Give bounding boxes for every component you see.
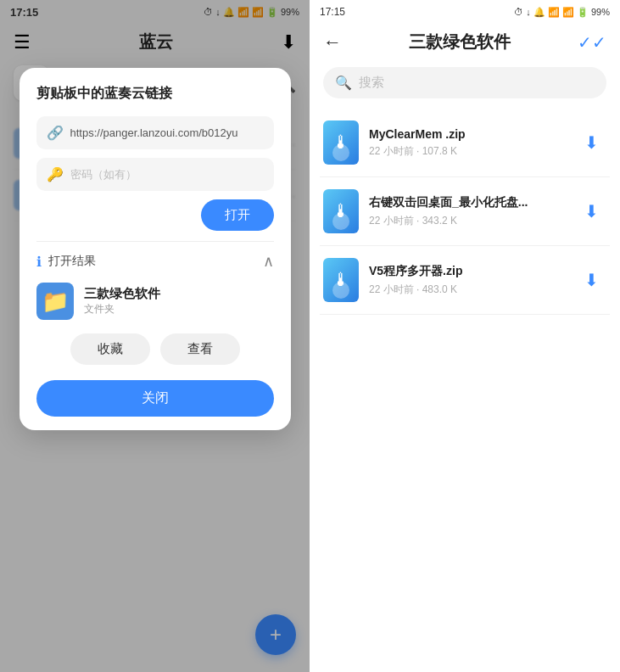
result-name: 三款绿色软件 <box>84 286 160 302</box>
right-status-icons: ⏱ ↓ 🔔 📶 📶 🔋 99% <box>514 7 610 18</box>
chevron-up-icon[interactable]: ∧ <box>263 252 274 271</box>
link-modal: 剪贴板中的蓝奏云链接 🔗 https://panger.lanzoui.com/… <box>20 68 291 430</box>
file-item-2: 🌡 V5程序多开器.zip 22 小时前 · 483.0 K ⬇ <box>320 246 610 315</box>
right-status-icons-text: ⏱ ↓ 🔔 📶 📶 🔋 99% <box>514 7 610 18</box>
action-buttons: 收藏 查看 <box>36 333 274 365</box>
info-icon: ℹ <box>36 254 42 270</box>
zip-icon-1: 🌡 <box>332 200 350 222</box>
result-header: ℹ 打开结果 ∧ <box>36 252 274 271</box>
file-name-1: 右键双击回桌面_最小化托盘... <box>369 195 566 210</box>
right-time: 17:15 <box>320 6 345 18</box>
result-label: 打开结果 <box>48 254 96 269</box>
result-section: ℹ 打开结果 ∧ 📁 三款绿色软件 文件夹 收藏 查看 <box>36 252 274 365</box>
file-info-0: MyClearMem .zip 22 小时前 · 107.8 K <box>369 127 566 159</box>
right-status-bar: 17:15 ⏱ ↓ 🔔 📶 📶 🔋 99% <box>310 0 620 24</box>
file-thumb-2: 🌡 <box>323 258 359 302</box>
file-item-0: 🌡 MyClearMem .zip 22 小时前 · 107.8 K ⬇ <box>320 109 610 177</box>
search-icon-right: 🔍 <box>335 75 352 91</box>
file-meta-0: 22 小时前 · 107.8 K <box>369 144 566 159</box>
link-icon: 🔗 <box>47 125 64 141</box>
view-button[interactable]: 查看 <box>160 333 240 365</box>
key-icon: 🔑 <box>47 166 64 182</box>
modal-divider <box>36 241 274 242</box>
back-button[interactable]: ← <box>323 31 342 53</box>
password-input-row[interactable]: 🔑 密码（如有） <box>36 158 274 191</box>
result-folder-icon: 📁 <box>36 283 74 320</box>
file-name-0: MyClearMem .zip <box>369 127 566 141</box>
modal-title: 剪贴板中的蓝奏云链接 <box>36 85 274 103</box>
result-type: 文件夹 <box>84 302 160 316</box>
file-info-2: V5程序多开器.zip 22 小时前 · 483.0 K <box>369 264 566 297</box>
open-button-row: 打开 <box>36 199 274 231</box>
search-placeholder: 搜索 <box>359 75 384 91</box>
file-info-1: 右键双击回桌面_最小化托盘... 22 小时前 · 343.2 K <box>369 195 566 228</box>
file-name-2: V5程序多开器.zip <box>369 264 566 279</box>
download-button-1[interactable]: ⬇ <box>576 196 606 227</box>
download-button-2[interactable]: ⬇ <box>576 265 606 295</box>
folder-emoji: 📁 <box>42 288 69 315</box>
file-thumb-0: 🌡 <box>323 120 359 165</box>
check-all-icon[interactable]: ✓✓ <box>578 32 606 53</box>
result-item: 📁 三款绿色软件 文件夹 <box>36 283 274 320</box>
favorite-button[interactable]: 收藏 <box>70 333 150 365</box>
download-button-0[interactable]: ⬇ <box>576 127 606 158</box>
close-button[interactable]: 关闭 <box>36 380 274 417</box>
right-title: 三款绿色软件 <box>350 31 569 53</box>
url-input-row[interactable]: 🔗 https://panger.lanzoui.com/b012yu <box>36 116 274 149</box>
zip-icon-0: 🌡 <box>332 132 350 154</box>
file-list: 🌡 MyClearMem .zip 22 小时前 · 107.8 K ⬇ 🌡 右… <box>310 109 620 672</box>
zip-icon-2: 🌡 <box>332 269 350 291</box>
modal-footer: 关闭 <box>36 377 274 417</box>
open-button[interactable]: 打开 <box>201 199 274 231</box>
search-bar[interactable]: 🔍 搜索 <box>323 67 606 98</box>
file-item-1: 🌡 右键双击回桌面_最小化托盘... 22 小时前 · 343.2 K ⬇ <box>320 177 610 246</box>
result-info: 三款绿色软件 文件夹 <box>84 286 160 316</box>
file-thumb-1: 🌡 <box>323 189 359 233</box>
left-panel: 17:15 ⏱ ↓ 🔔 📶 📶 🔋 99% ☰ 蓝云 ⬇ 🏠 ⊞ 🔍 5款良心A… <box>0 0 310 672</box>
file-meta-1: 22 小时前 · 343.2 K <box>369 214 566 228</box>
password-placeholder: 密码（如有） <box>70 167 137 182</box>
modal-backdrop: 剪贴板中的蓝奏云链接 🔗 https://panger.lanzoui.com/… <box>0 0 310 672</box>
file-meta-2: 22 小时前 · 483.0 K <box>369 283 566 297</box>
url-value: https://panger.lanzoui.com/b012yu <box>70 126 264 139</box>
right-panel: 17:15 ⏱ ↓ 🔔 📶 📶 🔋 99% ← 三款绿色软件 ✓✓ 🔍 搜索 🌡… <box>310 0 620 672</box>
result-header-left: ℹ 打开结果 <box>36 254 96 270</box>
right-top-bar: ← 三款绿色软件 ✓✓ <box>310 24 620 60</box>
